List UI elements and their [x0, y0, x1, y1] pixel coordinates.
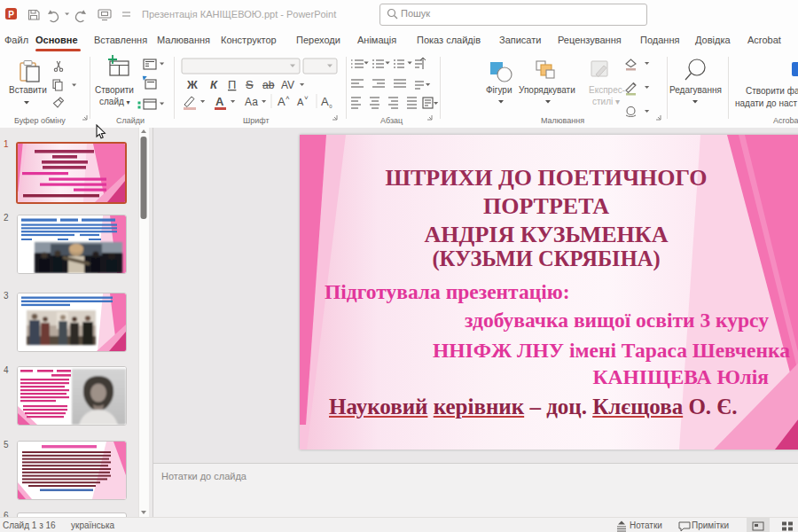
svg-text:P: P [8, 10, 14, 20]
svg-text:А: А [278, 95, 286, 108]
svg-text:Аа: Аа [245, 96, 258, 108]
svg-text:А: А [321, 95, 329, 108]
svg-text:˄: ˄ [286, 94, 290, 102]
svg-text:˅: ˅ [304, 94, 309, 102]
svg-text:₀: ₀ [329, 100, 332, 109]
svg-text:ab: ab [262, 79, 275, 91]
svg-text:А: А [297, 97, 304, 107]
svg-text:Ж: Ж [186, 78, 198, 91]
svg-text:А: А [215, 95, 224, 108]
svg-text:К: К [210, 78, 218, 91]
svg-text:AV: AV [281, 79, 294, 91]
svg-text:П: П [228, 78, 236, 91]
svg-text:S: S [246, 78, 254, 91]
